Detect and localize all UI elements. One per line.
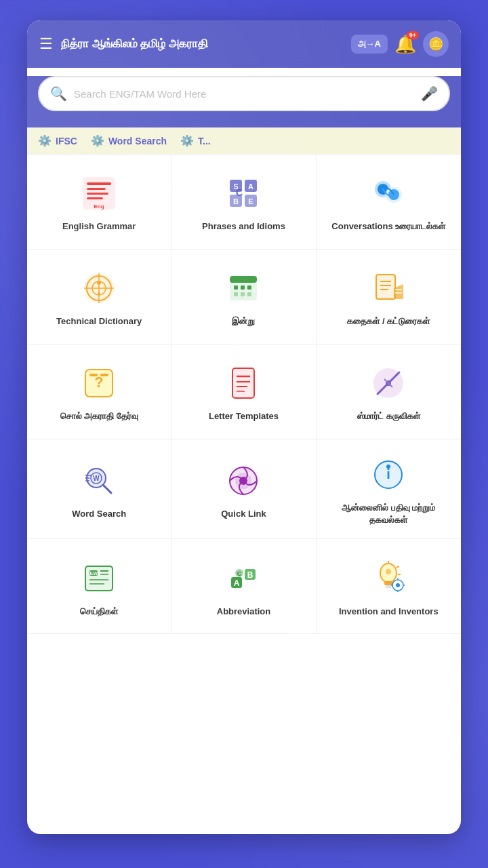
grid-cell-technical-dictionary[interactable]: Technical Dictionary bbox=[27, 250, 171, 344]
invention-label: Invention and Inventors bbox=[339, 606, 439, 618]
grid-cell-english-grammar[interactable]: Eng English Grammar bbox=[27, 155, 171, 250]
svg-rect-2 bbox=[87, 188, 106, 190]
coin-icon: 🪙 bbox=[428, 37, 443, 52]
svg-text:B: B bbox=[234, 197, 239, 205]
svg-point-24 bbox=[97, 281, 101, 285]
svg-rect-3 bbox=[87, 193, 108, 195]
gear-icon-word-search: ⚙️ bbox=[91, 134, 104, 147]
news-icon: NEWS bbox=[79, 558, 119, 599]
grid-cell-word-search[interactable]: W Word Search bbox=[27, 439, 171, 539]
svg-line-61 bbox=[103, 485, 111, 493]
online-info-icon: i bbox=[368, 454, 409, 495]
header-actions: அ→A 🔔 9+ 🪙 bbox=[351, 31, 449, 57]
svg-rect-1 bbox=[87, 182, 111, 185]
svg-text:A: A bbox=[234, 578, 240, 588]
app-title: நித்ரா ஆங்கிலம் தமிழ் அகராதி bbox=[61, 37, 343, 52]
phrases-idioms-icon: S A B E C bbox=[223, 173, 264, 214]
tag-more-label: T... bbox=[198, 136, 211, 146]
letter-templates-icon bbox=[223, 363, 264, 403]
stories-icon bbox=[368, 268, 409, 309]
grid-cell-phrases-idioms[interactable]: S A B E C Phrases and Idioms bbox=[171, 155, 316, 250]
stories-label: கதைகள் / கட்டுரைகள் bbox=[347, 315, 430, 328]
grid-cell-invention[interactable]: Invention and Inventors bbox=[317, 539, 461, 634]
svg-text:Eng: Eng bbox=[94, 203, 104, 210]
word-search-label: Word Search bbox=[72, 508, 126, 520]
grid-cell-conversations[interactable]: Conversations உரையாடல்கள் bbox=[317, 155, 461, 250]
svg-rect-33 bbox=[247, 292, 251, 296]
svg-rect-45 bbox=[100, 374, 108, 376]
gear-icon-more: ⚙️ bbox=[180, 134, 194, 147]
quick-link-label: Quick Link bbox=[221, 508, 266, 520]
grid-cell-smart-tools[interactable]: ஸ்மார்ட் கருவிகள் bbox=[317, 344, 461, 439]
english-grammar-label: English Grammar bbox=[62, 220, 136, 233]
notification-badge: 9+ bbox=[407, 31, 419, 39]
search-icon: 🔍 bbox=[50, 85, 67, 102]
hamburger-icon[interactable]: ☰ bbox=[39, 35, 53, 53]
svg-point-70 bbox=[386, 465, 390, 469]
smart-tools-icon bbox=[368, 363, 409, 403]
svg-text:C: C bbox=[236, 187, 243, 198]
svg-point-25 bbox=[98, 292, 100, 295]
tag-word-search-label: Word Search bbox=[108, 136, 167, 146]
smart-tools-label: ஸ்மார்ட் கருவிகள் bbox=[357, 410, 420, 422]
svg-text:E: E bbox=[249, 197, 253, 205]
svg-text:C: C bbox=[237, 570, 242, 577]
gear-icon-ifsc: ⚙️ bbox=[38, 134, 52, 147]
grid-cell-letter-templates[interactable]: Letter Templates bbox=[171, 344, 316, 439]
tag-strip: ⚙️ IFSC ⚙️ Word Search ⚙️ T... bbox=[27, 127, 461, 154]
svg-line-88 bbox=[396, 566, 399, 568]
word-quiz-label: சொல் அகராதி தேர்வு bbox=[60, 410, 138, 422]
quick-link-icon bbox=[223, 460, 264, 501]
app-container: ☰ நித்ரா ஆங்கிலம் தமிழ் அகராதி அ→A 🔔 9+ … bbox=[27, 20, 461, 834]
svg-rect-30 bbox=[247, 285, 251, 290]
tag-ifsc[interactable]: ⚙️ IFSC bbox=[38, 134, 77, 147]
word-quiz-icon: ? bbox=[79, 363, 119, 403]
word-search-icon: W bbox=[79, 460, 119, 501]
abbreviation-label: Abbreviation bbox=[217, 606, 270, 618]
svg-rect-71 bbox=[85, 566, 113, 591]
svg-text:W: W bbox=[93, 475, 100, 482]
svg-rect-29 bbox=[241, 285, 245, 290]
svg-text:NEWS: NEWS bbox=[87, 571, 101, 576]
svg-rect-85 bbox=[384, 581, 392, 585]
tag-more[interactable]: ⚙️ T... bbox=[180, 134, 211, 147]
technical-dictionary-label: Technical Dictionary bbox=[56, 315, 142, 328]
notification-bell[interactable]: 🔔 9+ bbox=[394, 34, 416, 55]
today-icon bbox=[223, 268, 264, 309]
svg-rect-86 bbox=[386, 585, 391, 588]
search-bar: 🔍 🎤 bbox=[38, 76, 450, 111]
svg-point-92 bbox=[396, 583, 400, 587]
grid-cell-news[interactable]: NEWS செய்திகள் bbox=[27, 539, 171, 634]
english-grammar-icon: Eng bbox=[79, 173, 119, 214]
technical-dictionary-icon bbox=[79, 268, 119, 309]
tag-word-search[interactable]: ⚙️ Word Search bbox=[91, 134, 167, 147]
svg-rect-27 bbox=[230, 276, 257, 283]
tag-ifsc-label: IFSC bbox=[56, 136, 77, 146]
grid-cell-stories[interactable]: கதைகள் / கட்டுரைகள் bbox=[317, 250, 461, 344]
grid-cell-quick-link[interactable]: Quick Link bbox=[171, 439, 316, 539]
svg-text:B: B bbox=[247, 570, 253, 580]
conversations-icon bbox=[368, 173, 409, 214]
svg-text:A: A bbox=[249, 182, 254, 191]
coin-button[interactable]: 🪙 bbox=[423, 31, 449, 57]
main-grid: Eng English Grammar S A B E C bbox=[27, 154, 461, 634]
translate-button[interactable]: அ→A bbox=[351, 35, 388, 54]
letter-templates-label: Letter Templates bbox=[209, 410, 279, 422]
grid-cell-online-info[interactable]: i ஆன்லைனில் பதிவு மற்றும் தகவல்கள் bbox=[317, 439, 461, 539]
svg-point-90 bbox=[386, 569, 391, 574]
svg-rect-31 bbox=[234, 292, 238, 296]
search-input[interactable] bbox=[74, 88, 414, 100]
header: ☰ நித்ரா ஆங்கிலம் தமிழ் அகராதி அ→A 🔔 9+ … bbox=[27, 20, 461, 68]
svg-rect-28 bbox=[234, 285, 238, 290]
grid-cell-abbreviation[interactable]: A B C Abbreviation bbox=[171, 539, 316, 634]
online-info-label: ஆன்லைனில் பதிவு மற்றும் தகவல்கள் bbox=[323, 502, 454, 526]
conversations-label: Conversations உரையாடல்கள் bbox=[331, 220, 445, 233]
svg-rect-32 bbox=[241, 292, 245, 296]
invention-icon bbox=[368, 558, 409, 599]
grid-cell-today[interactable]: இன்று bbox=[171, 250, 316, 344]
svg-text:i: i bbox=[387, 467, 391, 481]
svg-rect-34 bbox=[376, 275, 395, 299]
grid-cell-word-quiz[interactable]: ? சொல் அகராதி தேர்வு bbox=[27, 344, 171, 439]
svg-rect-44 bbox=[89, 374, 98, 376]
microphone-icon[interactable]: 🎤 bbox=[421, 85, 438, 102]
